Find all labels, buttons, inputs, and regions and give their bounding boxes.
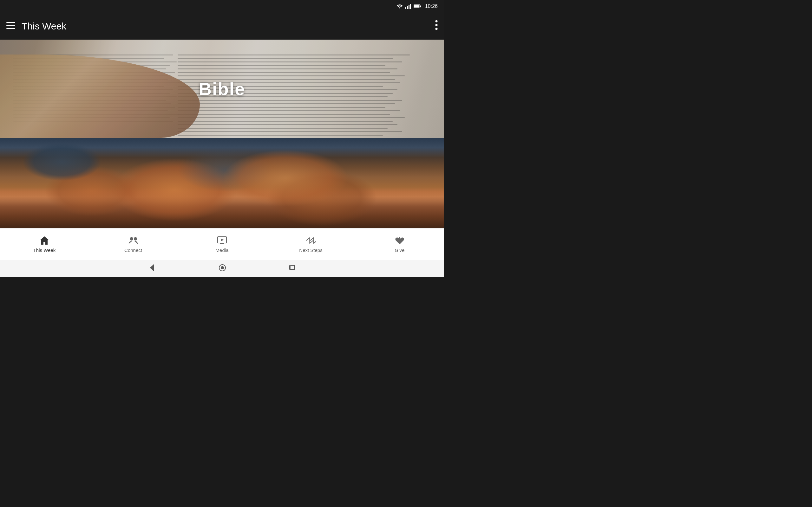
- svg-point-22: [221, 266, 224, 269]
- connect-icon: [128, 235, 138, 245]
- bottom-nav: This Week Connect Media Next Steps: [0, 228, 444, 260]
- system-nav: [0, 260, 444, 277]
- svg-rect-9: [6, 28, 15, 29]
- clouds-background: [0, 138, 444, 236]
- clock: 10:26: [425, 3, 438, 9]
- nav-item-media[interactable]: Media: [177, 235, 266, 253]
- next-steps-icon: [306, 235, 316, 245]
- page-title: This Week: [21, 21, 435, 32]
- main-content: Bible: [0, 40, 444, 236]
- nav-label-this-week: This Week: [33, 247, 56, 253]
- give-icon: [395, 235, 405, 245]
- clouds-section: [0, 138, 444, 236]
- svg-point-11: [436, 24, 438, 26]
- nav-item-next-steps[interactable]: Next Steps: [266, 235, 355, 253]
- svg-rect-7: [6, 22, 15, 23]
- svg-point-13: [130, 237, 133, 240]
- home-icon: [39, 235, 49, 245]
- circle-home-icon[interactable]: [219, 264, 226, 273]
- nav-label-give: Give: [395, 247, 405, 253]
- nav-item-give[interactable]: Give: [355, 235, 444, 253]
- signal-icon: [405, 4, 411, 9]
- svg-rect-5: [420, 5, 421, 7]
- svg-rect-24: [290, 266, 294, 269]
- bible-section-label: Bible: [199, 78, 246, 99]
- nav-label-connect: Connect: [124, 247, 142, 253]
- svg-point-12: [436, 28, 438, 30]
- svg-point-14: [134, 237, 137, 240]
- cloud-4: [22, 143, 101, 181]
- back-icon[interactable]: [148, 264, 155, 273]
- wifi-icon: [397, 4, 403, 9]
- svg-rect-3: [410, 4, 411, 9]
- battery-icon: [414, 4, 421, 9]
- nav-label-next-steps: Next Steps: [299, 247, 322, 253]
- svg-rect-8: [6, 25, 15, 26]
- nav-item-connect[interactable]: Connect: [89, 235, 177, 253]
- hamburger-menu-icon[interactable]: [6, 22, 15, 31]
- app-bar: This Week: [0, 13, 444, 40]
- cloud-6: [222, 150, 349, 207]
- media-icon: [217, 235, 227, 245]
- svg-point-10: [436, 20, 438, 22]
- svg-rect-0: [405, 7, 406, 9]
- svg-rect-6: [414, 5, 419, 8]
- svg-marker-16: [221, 239, 224, 241]
- svg-rect-2: [409, 5, 409, 9]
- bible-section: Bible: [0, 40, 444, 138]
- recent-apps-icon[interactable]: [289, 265, 296, 272]
- status-bar: 10:26: [0, 0, 444, 13]
- nav-label-media: Media: [216, 247, 229, 253]
- nav-item-this-week[interactable]: This Week: [0, 235, 89, 253]
- svg-marker-20: [150, 265, 154, 271]
- svg-rect-1: [407, 6, 408, 9]
- more-options-icon[interactable]: [435, 20, 438, 32]
